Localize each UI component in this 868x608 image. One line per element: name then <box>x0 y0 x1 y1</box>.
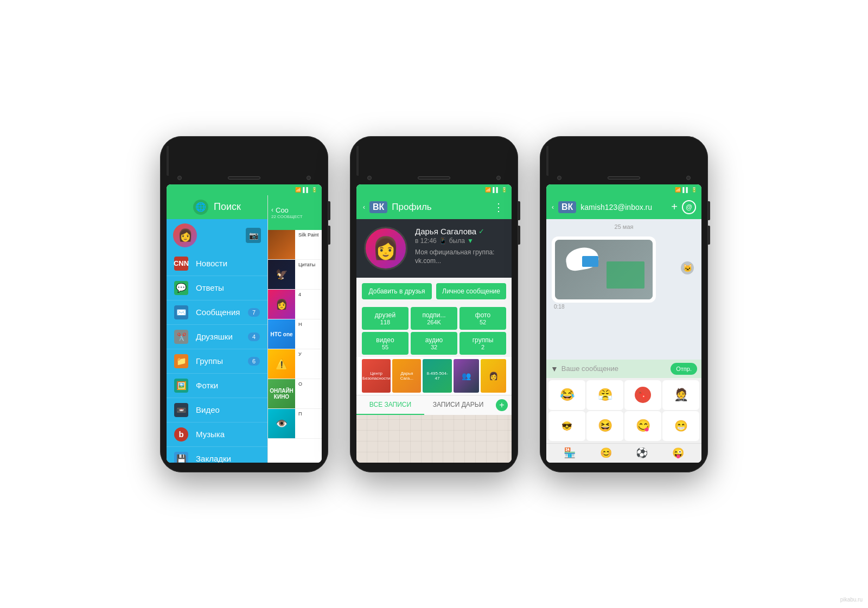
sticker-1[interactable]: 😂 <box>548 380 585 410</box>
stat-video-label: видео <box>364 336 406 344</box>
stat-video[interactable]: видео 55 <box>362 332 409 355</box>
sticker-red-label: 🔖 <box>635 387 651 403</box>
battery-icon: 🔋 <box>691 187 697 193</box>
message-input[interactable]: Ваше сообщение <box>561 364 667 373</box>
add-post-button[interactable]: + <box>492 395 512 415</box>
sensor <box>496 176 501 180</box>
expand-arrow[interactable]: ▼ <box>467 237 474 245</box>
vk-logo: ВК <box>369 201 387 213</box>
photo-5[interactable]: 👩 <box>481 359 506 393</box>
vol-down-button[interactable] <box>328 226 330 245</box>
photo-1[interactable]: Центр Безопасности <box>362 359 391 393</box>
verified-icon: ✓ <box>478 227 484 235</box>
stat-subscribers[interactable]: подпи... 264K <box>411 307 457 330</box>
nav-item-messages[interactable]: ✉️ Сообщения 7 <box>167 300 267 325</box>
add-icon: + <box>496 399 508 411</box>
photo-3[interactable]: 8-495-504-47 <box>423 359 451 393</box>
photo-4[interactable]: 👥 <box>454 359 479 393</box>
pcb-shape2 <box>607 261 644 289</box>
tab-own-posts[interactable]: ЗАПИСИ ДАРЬИ <box>424 395 492 415</box>
nav-item-bookmarks[interactable]: 💾 Закладки <box>167 447 267 463</box>
sticker-6[interactable]: 😆 <box>586 411 623 441</box>
community-warning[interactable]: ⚠️ У <box>268 349 322 379</box>
image-content <box>555 240 653 299</box>
message-image[interactable] <box>555 240 653 299</box>
community-htc[interactable]: HTC one Н <box>268 319 322 349</box>
earpiece <box>228 176 260 180</box>
nav-item-music[interactable]: b Музыка <box>167 423 267 447</box>
phone-top-bar <box>546 176 701 184</box>
stat-friends[interactable]: друзей 118 <box>362 307 409 330</box>
message-button[interactable]: Личное сообщение <box>436 283 506 299</box>
community-girls[interactable]: 👩 4 <box>268 290 322 319</box>
front-camera <box>177 176 182 180</box>
community-info: Н <box>295 319 322 349</box>
community-dark[interactable]: 🦅 Цитаты <box>268 260 322 290</box>
sticker-8[interactable]: 😁 <box>662 411 699 441</box>
power-button[interactable] <box>356 146 359 176</box>
vol-down-button[interactable] <box>708 226 710 245</box>
send-button[interactable]: Отпр. <box>671 363 697 375</box>
community-thumb: HTC one <box>268 319 295 349</box>
profile-row[interactable]: 👩 📷 <box>167 219 267 252</box>
nav-label-news: Новости <box>196 259 260 268</box>
news-icon: CNN <box>174 257 188 271</box>
back-arrow[interactable]: ‹ <box>363 203 365 211</box>
date-divider: 25 мая <box>546 219 701 234</box>
power-button[interactable] <box>167 146 169 176</box>
menu-dots[interactable]: ⋮ <box>493 201 505 214</box>
photo-2[interactable]: Дарья Сага... <box>392 359 421 393</box>
nav-item-video[interactable]: 📼 Видео <box>167 398 267 423</box>
profile-section: 👩 Дарья Сагалова ✓ в 12:46 📱 была ▼ Моя … <box>356 219 512 278</box>
community-info: 4 <box>295 290 322 319</box>
front-camera <box>367 176 372 180</box>
phone-3: 📶 ▌▌ 🔋 ‹ ВК kamish123@inbox.ru + @ 25 ма… <box>540 136 708 472</box>
nav-label-bookmarks: Закладки <box>196 454 260 463</box>
vol-up-button[interactable] <box>328 201 330 220</box>
phone-top-bar <box>356 176 512 184</box>
stat-friends-value: 118 <box>364 319 406 325</box>
phones-container: 📶 ▌▌ 🔋 Поиск 👩 <box>138 104 730 505</box>
vol-up-button[interactable] <box>518 201 520 220</box>
community-silk[interactable]: Silk Paint <box>268 230 322 260</box>
nav-item-friends[interactable]: ✂️ Друзяшки 4 <box>167 325 267 349</box>
camera-icon[interactable]: 📷 <box>246 228 261 243</box>
ball-icon[interactable]: ⚽ <box>636 447 648 459</box>
back-arrow[interactable]: ‹ <box>552 203 554 211</box>
add-friend-button[interactable]: Добавить в друзья <box>362 283 432 299</box>
phone-1-screen: 📶 ▌▌ 🔋 Поиск 👩 <box>167 184 322 463</box>
at-button[interactable]: @ <box>682 200 696 214</box>
stat-photos[interactable]: фото 52 <box>459 307 506 330</box>
add-button[interactable]: + <box>671 201 678 213</box>
emoji-icon[interactable]: 😊 <box>600 447 612 459</box>
expand-icon[interactable]: ▼ <box>551 364 558 373</box>
community-cinema[interactable]: ОНЛАЙН КИНО О <box>268 379 322 409</box>
sticker-3[interactable]: 🔖 <box>624 380 661 410</box>
sticker-4[interactable]: 🤵 <box>662 380 699 410</box>
nav-item-news[interactable]: CNN Новости <box>167 252 267 276</box>
nav-item-photos[interactable]: 🖼️ Фотки <box>167 374 267 398</box>
profile-avatar[interactable]: 👩 <box>364 227 407 270</box>
header-title: Профиль <box>392 202 489 213</box>
vol-down-button[interactable] <box>518 226 520 245</box>
stat-groups[interactable]: группы 2 <box>459 332 506 355</box>
stat-audio[interactable]: аудио 32 <box>411 332 457 355</box>
vol-up-button[interactable] <box>708 201 710 220</box>
sticker-panel: 😂 😤 🔖 🤵 😎 😆 😋 😁 <box>546 378 701 443</box>
nav-item-answers[interactable]: 💬 Ответы <box>167 276 267 300</box>
tab-all-posts[interactable]: ВСЕ ЗАПИСИ <box>356 395 424 415</box>
back-icon[interactable]: ‹ <box>271 206 273 214</box>
answers-icon: 💬 <box>174 281 188 295</box>
sticker-5[interactable]: 😎 <box>548 411 585 441</box>
sticker-2[interactable]: 😤 <box>586 380 623 410</box>
pcb-shape <box>582 256 598 267</box>
troll-icon[interactable]: 😜 <box>672 447 684 459</box>
nav-item-groups[interactable]: 📁 Группы 6 <box>167 349 267 374</box>
community-info: Silk Paint <box>295 230 322 259</box>
sticker-shop-icon[interactable]: 🏪 <box>564 447 576 459</box>
power-button[interactable] <box>546 146 548 176</box>
wall-background <box>356 415 512 463</box>
sticker-7[interactable]: 😋 <box>624 411 661 441</box>
community-monster[interactable]: 👁️ П <box>268 409 322 439</box>
globe-icon <box>193 200 208 215</box>
